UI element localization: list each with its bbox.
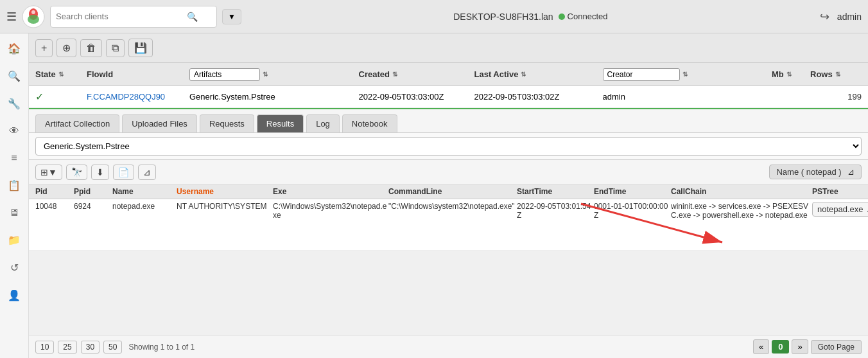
binoculars-button[interactable]: 🔭: [66, 165, 87, 180]
tab-log[interactable]: Log: [306, 114, 340, 132]
copy-button[interactable]: ⧉: [106, 39, 125, 57]
col-mb: Mb ⇅: [772, 69, 810, 79]
col-exe: Exe: [273, 187, 388, 196]
cell-ppid[interactable]: 6924: [74, 202, 112, 211]
col-starttime: StartTime: [517, 187, 594, 196]
row-creator: admin: [603, 92, 772, 102]
tab-artifact-collection[interactable]: Artifact Collection: [35, 114, 119, 132]
col-flowid-label: FlowId: [87, 69, 113, 79]
page-size-10[interactable]: 10: [35, 341, 54, 354]
showing-text: Showing 1 to 1 of 1: [128, 343, 195, 352]
save-button[interactable]: 💾: [128, 39, 153, 57]
external-link-icon: ↗: [866, 204, 868, 214]
hostname-label: DESKTOP-SU8FH31.lan: [453, 12, 553, 22]
prev-page-button[interactable]: «: [753, 339, 769, 354]
page-size-50[interactable]: 50: [103, 341, 122, 354]
sidebar-home-icon[interactable]: 🏠: [4, 39, 24, 58]
search-input[interactable]: [56, 12, 184, 21]
search-icon-button[interactable]: 🔍: [187, 12, 198, 22]
col-callchain: CallChain: [671, 187, 812, 196]
creator-filter-input[interactable]: [603, 68, 680, 81]
toolbar-row: + ⊕ 🗑 ⧉ 💾: [29, 33, 868, 63]
col-rows: Rows ⇅: [810, 69, 862, 79]
sidebar-monitor-icon[interactable]: 🖥: [5, 203, 23, 222]
sidebar-view-icon[interactable]: 👁: [5, 121, 23, 141]
logo: [22, 5, 45, 28]
cell-name: notepad.exe: [112, 202, 177, 211]
sidebar: 🏠 🔍 🔧 👁 ≡ 📋 🖥 📁 ↺ 👤: [0, 33, 29, 358]
row-flowid[interactable]: F.CCAMDP28QQJ90: [87, 92, 189, 102]
cell-starttime: 2022-09-05T03:01:54Z: [517, 202, 594, 220]
main-content: + ⊕ 🗑 ⧉ 💾 State ⇅ FlowId ⇅ Created ⇅: [29, 33, 868, 358]
artifacts-filter-input[interactable]: [189, 68, 260, 81]
sidebar-clipboard-icon[interactable]: 📋: [4, 175, 24, 195]
cell-pid[interactable]: 10048: [35, 202, 74, 211]
sidebar-user-icon[interactable]: 👤: [4, 285, 24, 305]
cell-pstree: notepad.exe ↗: [812, 202, 868, 217]
artifacts-sort[interactable]: ⇅: [263, 71, 268, 78]
tab-requests[interactable]: Requests: [200, 114, 254, 132]
filter-clear-icon[interactable]: ⊿: [847, 167, 855, 177]
rows-sort[interactable]: ⇅: [835, 71, 840, 78]
cell-endtime: 0001-01-01T00:00:00Z: [594, 202, 671, 220]
sidebar-folder-icon[interactable]: 📁: [4, 230, 24, 250]
goto-page-button[interactable]: Goto Page: [811, 340, 862, 354]
delete-button[interactable]: 🗑: [80, 39, 102, 57]
top-center: DESKTOP-SU8FH31.lan Connected: [247, 12, 815, 22]
target-button[interactable]: ⊕: [56, 39, 76, 57]
col-lastactive: Last Active ⇅: [474, 69, 603, 79]
col-creator: ⇅: [603, 68, 772, 81]
col-lastactive-label: Last Active: [474, 69, 519, 79]
tab-uploaded-files[interactable]: Uploaded Files: [122, 114, 197, 132]
search-dropdown-button[interactable]: ▼: [222, 9, 241, 24]
filter-button[interactable]: ⊿: [138, 165, 156, 180]
col-state-label: State: [35, 69, 56, 79]
sidebar-tools-icon[interactable]: 🔧: [4, 94, 24, 114]
pstree-button[interactable]: notepad.exe ↗: [812, 202, 868, 217]
svg-point-2: [28, 15, 39, 24]
layout: 🏠 🔍 🔧 👁 ≡ 📋 🖥 📁 ↺ 👤 + ⊕ 🗑 ⧉ 💾 State ⇅ Fl…: [0, 33, 868, 358]
connection-status: Connected: [559, 12, 608, 21]
filter-badge: Name ( notepad ) ⊿: [769, 165, 862, 179]
tab-results[interactable]: Results: [257, 114, 304, 132]
mb-sort[interactable]: ⇅: [786, 71, 792, 78]
sidebar-refresh-icon[interactable]: ↺: [6, 258, 22, 278]
col-rows-label: Rows: [810, 69, 833, 79]
results-table-header: Pid Ppid Name Username Exe CommandLine S…: [29, 184, 868, 199]
col-state: State ⇅: [35, 69, 87, 79]
col-mb-label: Mb: [772, 69, 784, 79]
page-nav: « 0 » Goto Page: [753, 339, 862, 354]
flow-table-row[interactable]: ✓ F.CCAMDP28QQJ90 Generic.System.Pstree …: [29, 86, 868, 108]
pstree-label: notepad.exe: [817, 204, 864, 214]
tab-notebook[interactable]: Notebook: [342, 114, 397, 132]
tabs-row: Artifact Collection Uploaded Files Reque…: [29, 109, 868, 133]
artifact-select[interactable]: Generic.System.Pstree: [35, 137, 862, 156]
file-button[interactable]: 📄: [113, 165, 134, 180]
col-artifacts: ⇅: [189, 68, 359, 81]
created-sort[interactable]: ⇅: [392, 71, 397, 78]
col-pstree: PSTree: [812, 187, 868, 196]
add-button[interactable]: +: [35, 39, 53, 57]
page-size-25[interactable]: 25: [58, 341, 76, 354]
admin-label: admin: [837, 12, 862, 22]
row-artifact: Generic.System.Pstree: [189, 92, 359, 102]
state-sort[interactable]: ⇅: [58, 71, 64, 78]
next-page-button[interactable]: »: [792, 339, 808, 354]
menu-button[interactable]: ☰: [6, 10, 17, 24]
page-size-30[interactable]: 30: [81, 341, 100, 354]
sidebar-list-icon[interactable]: ≡: [7, 148, 21, 168]
col-username: Username: [177, 187, 273, 196]
creator-sort[interactable]: ⇅: [682, 71, 688, 78]
lastactive-sort[interactable]: ⇅: [521, 71, 526, 78]
col-pid: Pid: [35, 187, 74, 196]
current-page: 0: [772, 340, 789, 354]
artifact-selector: Generic.System.Pstree: [29, 133, 868, 160]
columns-button[interactable]: ⊞▼: [35, 165, 62, 180]
flow-table-header: State ⇅ FlowId ⇅ Created ⇅ Last Active ⇅…: [29, 63, 868, 86]
download-button[interactable]: ⬇: [91, 165, 109, 180]
cell-username: NT AUTHORITY\SYSTEM: [177, 202, 273, 211]
sidebar-search-icon[interactable]: 🔍: [4, 66, 24, 86]
col-created-label: Created: [359, 69, 390, 79]
user-icon-button[interactable]: ↪: [820, 10, 829, 24]
cell-commandline: "C:\Windows\system32\notepad.exe": [388, 202, 517, 211]
